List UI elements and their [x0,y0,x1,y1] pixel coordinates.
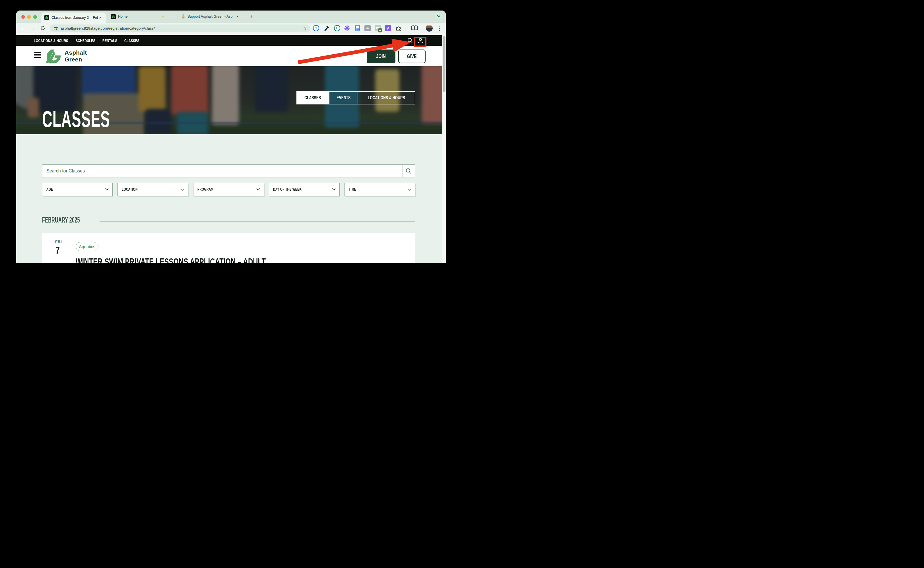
event-title[interactable]: WINTER SWIM PRIVATE LESSONS APPLICATION … [76,256,347,263]
class-search-box [42,165,415,178]
builtwith-icon[interactable]: BU [375,25,381,31]
annotation-highlight-box [414,37,427,47]
vimium-icon[interactable]: V [384,25,391,31]
grammarly-icon[interactable]: G [334,25,340,31]
toolbar-separator [421,25,421,31]
bookmark-star-icon[interactable]: ☆ [303,25,307,31]
site-navbar: LOCATIONS & HOURS SCHEDULES RENTALS CLAS… [16,35,442,46]
nav-rentals[interactable]: RENTALS [102,38,123,43]
close-icon[interactable]: × [161,14,165,19]
profile-avatar[interactable] [426,25,433,32]
url-text[interactable]: asphaltgreen.829stage.com/registration/c… [60,24,155,32]
hero-tab-locations-hours[interactable]: LOCATIONS & HOURS [358,91,415,104]
back-button[interactable]: ← [20,25,25,31]
hero-title: CLASSES [42,106,152,132]
search-divider [402,165,402,177]
filter-time[interactable]: TIME [345,183,415,196]
month-divider [99,221,415,222]
eyedropper-icon[interactable] [324,25,330,31]
asphalt-green-logo[interactable] [46,49,60,65]
tab-separator [176,14,176,20]
hero-tab-classes[interactable]: CLASSES [297,91,329,104]
site-settings-icon[interactable] [53,26,58,32]
filter-program[interactable]: PROGRAM [193,183,264,196]
tab-separator [247,14,247,20]
hero-tab-events[interactable]: EVENTS [329,91,358,104]
reading-list-book-icon[interactable] [411,25,418,31]
scrollbar-thumb[interactable] [443,36,446,92]
join-button[interactable]: JOIN [367,50,395,63]
close-icon[interactable]: × [98,15,103,20]
tab-title: Classes from January 2 – Feb [51,15,98,20]
extensions-puzzle-icon[interactable] [395,25,401,31]
close-icon[interactable]: × [235,14,240,19]
event-card[interactable]: FRI 7 Aquatics WINTER SWIM PRIVATE LESSO… [42,233,415,263]
close-window-button[interactable] [21,15,25,19]
page-body: AGE LOCATION PROGRAM DAY OF THE WEEK TIM… [16,134,442,263]
tab-classes[interactable]: Classes from January 2 – Feb × [41,12,106,23]
brand-name[interactable]: Asphalt Green [65,49,87,63]
hamburger-menu-icon[interactable] [34,52,41,59]
code-icon[interactable]: </> [365,25,371,31]
tab-list-chevron-button[interactable] [435,13,442,20]
filter-age[interactable]: AGE [42,183,113,196]
browser-toolbar: ← → asphaltgreen.829stage.com/registrati… [16,23,446,34]
nav-schedules[interactable]: SCHEDULES [76,38,103,43]
event-day-abbr: FRI [55,240,62,244]
tab-strip: Classes from January 2 – Feb × Home × Su… [16,11,446,23]
tab-home[interactable]: Home [118,14,158,19]
hero-banner: CLASSES CLASSES EVENTS LOCATIONS & HOURS [16,66,442,134]
1password-icon[interactable]: 1 [313,25,319,31]
filter-day-of-week[interactable]: DAY OF THE WEEK [269,183,340,196]
hero-tab-group: CLASSES EVENTS LOCATIONS & HOURS [297,91,415,104]
url-bar[interactable]: asphaltgreen.829stage.com/registration/c… [50,24,311,32]
kebab-menu-icon[interactable] [439,26,440,32]
nav-locations-hours[interactable]: LOCATIONS & HOURS [34,38,81,43]
give-button[interactable]: GIVE [398,50,426,63]
category-badge: Aquatics [76,242,98,251]
flower-icon[interactable] [344,25,350,31]
minimize-window-button[interactable] [27,15,31,19]
filter-location[interactable]: LOCATION [118,183,188,196]
browser-window: Classes from January 2 – Feb × Home × Su… [16,11,446,263]
site-header: Asphalt Green JOIN GIVE [16,46,442,66]
toolbar-separator [405,25,405,31]
asphalt-green-favicon [44,15,49,20]
new-tab-button[interactable]: + [250,13,253,20]
zoom-window-button[interactable] [33,15,37,19]
asphalt-green-favicon [111,14,116,19]
tab-support[interactable]: Support Asphalt Green - Asp [187,14,235,19]
bell-favicon [181,14,186,19]
forward-button[interactable]: → [30,25,35,31]
reload-button[interactable] [40,25,45,32]
search-submit-icon[interactable] [405,168,412,175]
scrollbar-track[interactable] [442,33,446,263]
nav-classes[interactable]: CLASSES [124,38,145,43]
docs-icon[interactable] [354,25,361,31]
search-input[interactable] [42,165,402,177]
month-heading: FEBRUARY 2025 [42,216,105,225]
page-viewport: LOCATIONS & HOURS SCHEDULES RENTALS CLAS… [16,33,446,263]
event-day-number: 7 [56,245,62,257]
search-icon[interactable] [407,38,413,45]
